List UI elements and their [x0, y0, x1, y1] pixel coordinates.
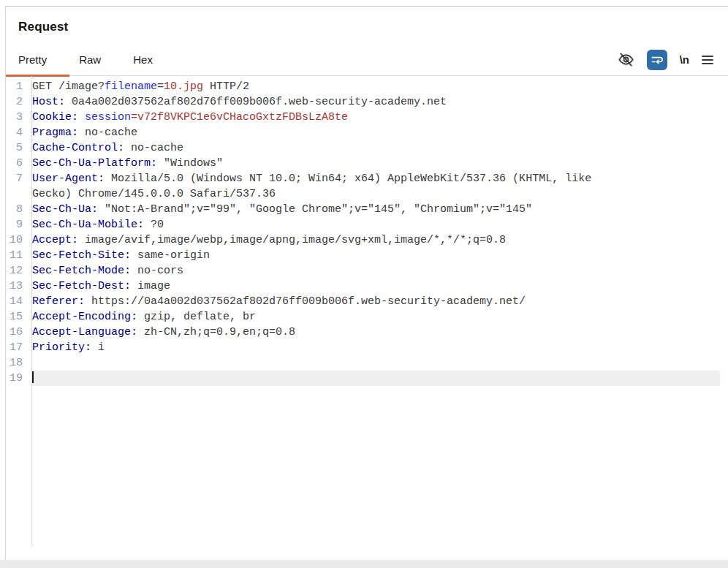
line-content[interactable]: Sec-Fetch-Mode: no-cors	[32, 263, 720, 279]
editor-toolbar: \n	[618, 50, 713, 70]
tab-hex[interactable]: Hex	[133, 53, 153, 66]
line-content[interactable]: Host: 0a4a002d037562af802d76ff009b006f.w…	[32, 94, 720, 110]
syntax-plain: no-cache	[78, 126, 137, 139]
line-number: 8	[6, 202, 27, 217]
line-number: 5	[6, 140, 27, 156]
line-content[interactable]: Sec-Ch-Ua-Platform: "Windows"	[32, 156, 720, 171]
editor-line[interactable]: 12Sec-Fetch-Mode: no-cors	[6, 263, 728, 279]
line-content[interactable]: Sec-Fetch-Site: same-origin	[32, 248, 720, 263]
eye-off-icon	[618, 51, 634, 68]
syntax-plain: "Not:A-Brand";v="99", "Google Chrome";v=…	[98, 203, 532, 216]
syntax-plain: no-cache	[124, 142, 183, 154]
editor-line[interactable]: 4Pragma: no-cache	[6, 125, 728, 140]
syntax-header: Sec-Ch-Ua-Platform:	[32, 157, 157, 170]
tab-pretty[interactable]: Pretty	[18, 53, 47, 66]
syntax-plain: "Windows"	[157, 157, 223, 170]
syntax-plain: https://0a4a002d037562af802d76ff009b006f…	[85, 295, 526, 308]
editor-line[interactable]: 17Priority: i	[6, 340, 728, 355]
syntax-plain: same-origin	[131, 249, 210, 262]
line-number: 13	[6, 279, 27, 294]
line-content[interactable]: Accept-Encoding: gzip, deflate, br	[32, 309, 720, 325]
newline-icon: \n	[680, 53, 689, 66]
syntax-header: Accept-Encoding:	[32, 311, 137, 323]
line-number: 16	[6, 325, 27, 340]
syntax-plain: image	[131, 280, 170, 292]
line-number: 17	[6, 340, 27, 355]
menu-icon	[702, 56, 713, 64]
syntax-plain: GET /image?	[32, 80, 105, 93]
line-number: 2	[6, 94, 27, 110]
line-number: 14	[6, 294, 27, 309]
line-number: 9	[6, 217, 27, 232]
editor-line[interactable]: 6Sec-Ch-Ua-Platform: "Windows"	[6, 156, 728, 171]
line-content[interactable]: Sec-Ch-Ua: "Not:A-Brand";v="99", "Google…	[32, 202, 720, 217]
syntax-header: Sec-Fetch-Site:	[32, 249, 131, 262]
line-number: 18	[6, 355, 27, 371]
editor-line[interactable]: 11Sec-Fetch-Site: same-origin	[6, 248, 728, 263]
line-number: 3	[6, 110, 27, 125]
editor-line[interactable]: 2Host: 0a4a002d037562af802d76ff009b006f.…	[6, 94, 728, 110]
line-content[interactable]: GET /image?filename=10.jpg HTTP/2	[32, 79, 720, 94]
syntax-header: Pragma:	[32, 126, 78, 139]
line-content[interactable]: Sec-Fetch-Dest: image	[32, 279, 720, 294]
syntax-plain: i	[91, 341, 105, 354]
line-content[interactable]: Referer: https://0a4a002d037562af802d76f…	[32, 294, 720, 309]
editor-line[interactable]: 18	[6, 355, 728, 371]
editor-menu-button[interactable]	[702, 56, 713, 64]
editor-line[interactable]: 5Cache-Control: no-cache	[6, 140, 728, 156]
editor-line[interactable]: 16Accept-Language: zh-CN,zh;q=0.9,en;q=0…	[6, 325, 728, 340]
editor-line[interactable]: 19	[6, 371, 728, 386]
message-tabbar: Pretty Raw Hex	[6, 44, 728, 76]
syntax-plain: no-cors	[131, 265, 183, 277]
syntax-plain: image/avif,image/webp,image/apng,image/s…	[78, 234, 506, 246]
nonprintable-toggle[interactable]: \n	[680, 53, 689, 66]
line-content[interactable]: Priority: i	[32, 340, 720, 355]
editor-line[interactable]: 3Cookie: session=v72f8VKPC1e6vCHacoGxtzF…	[6, 110, 728, 125]
tab-raw[interactable]: Raw	[79, 53, 101, 66]
line-number: 4	[6, 125, 27, 140]
syntax-header: Priority:	[32, 341, 91, 354]
line-number: 12	[6, 263, 27, 279]
line-number: 19	[6, 371, 27, 386]
line-content[interactable]: Accept-Language: zh-CN,zh;q=0.9,en;q=0.8	[32, 325, 720, 340]
line-content[interactable]: Accept: image/avif,image/webp,image/apng…	[32, 232, 720, 248]
line-content[interactable]: Pragma: no-cache	[32, 125, 720, 140]
horizontal-scrollbar[interactable]	[0, 560, 728, 568]
editor-line[interactable]: 9Sec-Ch-Ua-Mobile: ?0	[6, 217, 728, 232]
tabs: Pretty Raw Hex	[6, 53, 153, 66]
word-wrap-toggle[interactable]	[647, 50, 667, 70]
line-content[interactable]: Cookie: session=v72f8VKPC1e6vCHacoGxtzFD…	[32, 110, 720, 125]
editor-line[interactable]: 8Sec-Ch-Ua: "Not:A-Brand";v="99", "Googl…	[6, 202, 728, 217]
line-number: 7	[6, 171, 27, 202]
syntax-param: session	[85, 111, 131, 124]
line-number: 15	[6, 309, 27, 325]
line-content[interactable]: Sec-Ch-Ua-Mobile: ?0	[32, 217, 720, 232]
editor-line[interactable]: 14Referer: https://0a4a002d037562af802d7…	[6, 294, 728, 309]
eye-off-button[interactable]	[618, 51, 634, 68]
line-number: 1	[6, 79, 27, 94]
word-wrap-icon	[650, 53, 664, 67]
syntax-header: Sec-Ch-Ua:	[32, 203, 98, 216]
syntax-plain: gzip, deflate, br	[137, 311, 256, 323]
syntax-plain: 0a4a002d037562af802d76ff009b006f.web-sec…	[65, 96, 447, 108]
syntax-plain: =	[157, 80, 164, 93]
panel-header: Request	[6, 7, 728, 34]
line-content[interactable]	[32, 371, 720, 386]
line-content[interactable]: User-Agent: Mozilla/5.0 (Windows NT 10.0…	[32, 171, 720, 202]
editor-line[interactable]: 7User-Agent: Mozilla/5.0 (Windows NT 10.…	[6, 171, 728, 202]
syntax-value: =v72f8VKPC1e6vCHacoGxtzFDBsLzA8te	[131, 111, 348, 124]
request-editor[interactable]: 1GET /image?filename=10.jpg HTTP/22Host:…	[6, 76, 728, 546]
syntax-plain	[78, 111, 85, 124]
editor-line[interactable]: 10Accept: image/avif,image/webp,image/ap…	[6, 232, 728, 248]
syntax-header: Cache-Control:	[32, 142, 124, 154]
editor-line[interactable]: 15Accept-Encoding: gzip, deflate, br	[6, 309, 728, 325]
syntax-header: Referer:	[32, 295, 85, 308]
editor-line[interactable]: 1GET /image?filename=10.jpg HTTP/2	[6, 79, 728, 94]
syntax-header: Sec-Fetch-Dest:	[32, 280, 131, 292]
syntax-header: Sec-Fetch-Mode:	[32, 265, 131, 277]
line-content[interactable]	[32, 355, 720, 371]
syntax-param: filename	[105, 80, 157, 93]
line-content[interactable]: Cache-Control: no-cache	[32, 140, 720, 156]
syntax-value: 10.jpg	[164, 80, 203, 93]
editor-line[interactable]: 13Sec-Fetch-Dest: image	[6, 279, 728, 294]
